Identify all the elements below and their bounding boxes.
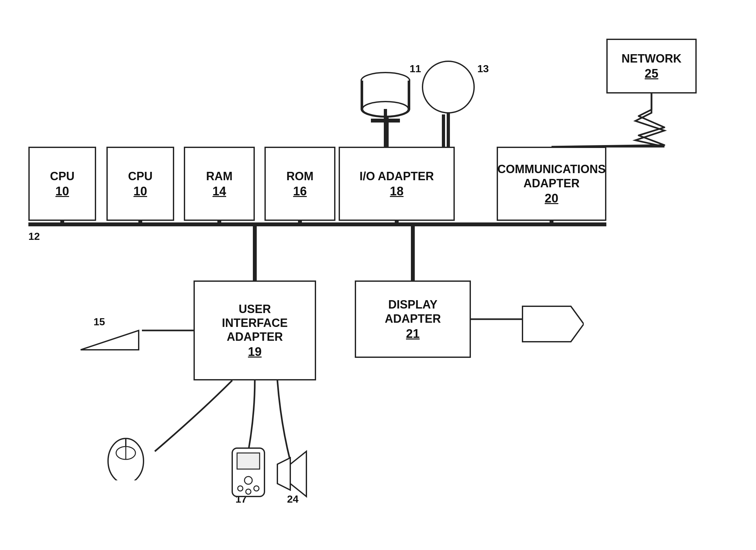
cpu2-label: CPU bbox=[128, 169, 153, 183]
keyboard-icon bbox=[77, 308, 142, 353]
svg-rect-9 bbox=[411, 226, 415, 281]
svg-marker-39 bbox=[290, 451, 306, 496]
comm-adapter-box: COMMUNICATIONS ADAPTER 20 bbox=[497, 147, 606, 221]
rom-label: ROM bbox=[286, 169, 313, 183]
cpu2-box: CPU 10 bbox=[106, 147, 174, 221]
svg-point-24 bbox=[423, 61, 474, 113]
display-adapter-box: DISPLAY ADAPTER 21 bbox=[355, 280, 471, 358]
svg-rect-10 bbox=[385, 110, 389, 147]
comm-label2: ADAPTER bbox=[523, 176, 580, 190]
display-label2: ADAPTER bbox=[385, 312, 441, 325]
display-num: 21 bbox=[406, 327, 420, 341]
svg-marker-26 bbox=[81, 330, 139, 350]
svg-rect-0 bbox=[28, 223, 606, 226]
rom-box: ROM 16 bbox=[264, 147, 335, 221]
comm-label1: COMMUNICATIONS bbox=[497, 162, 605, 176]
network-label: NETWORK bbox=[622, 52, 681, 65]
svg-rect-14 bbox=[361, 80, 410, 109]
ram-label: RAM bbox=[206, 169, 233, 183]
svg-rect-6 bbox=[395, 221, 399, 226]
svg-rect-33 bbox=[237, 453, 260, 469]
device17-icon bbox=[219, 445, 277, 509]
cpu1-num: 10 bbox=[55, 185, 69, 198]
svg-rect-23 bbox=[384, 123, 387, 147]
display-label1: DISPLAY bbox=[388, 297, 438, 311]
diagram-container: CPU 10 CPU 10 RAM 14 ROM 16 I/O ADAPTER … bbox=[0, 0, 756, 550]
network-box: NETWORK 25 bbox=[606, 39, 697, 94]
svg-rect-21 bbox=[384, 109, 387, 119]
svg-rect-17 bbox=[363, 81, 408, 109]
io-adapter-box: I/O ADAPTER 18 bbox=[339, 147, 455, 221]
uia-label1: USER bbox=[239, 302, 271, 316]
ram-box: RAM 14 bbox=[184, 147, 255, 221]
speaker-io-ref-label: 13 bbox=[477, 63, 489, 75]
svg-point-34 bbox=[244, 476, 252, 484]
comm-num: 20 bbox=[545, 192, 558, 205]
uia-num: 19 bbox=[248, 345, 262, 359]
uia-label2: INTERFACE bbox=[222, 316, 288, 330]
svg-rect-7 bbox=[550, 221, 553, 226]
svg-point-16 bbox=[361, 101, 410, 117]
network-num: 25 bbox=[645, 67, 658, 81]
svg-point-35 bbox=[238, 486, 243, 491]
mouse-icon bbox=[100, 429, 152, 480]
svg-rect-4 bbox=[217, 221, 221, 226]
uia-label3: ADAPTER bbox=[227, 330, 283, 344]
svg-rect-11 bbox=[442, 115, 445, 147]
svg-point-36 bbox=[254, 486, 259, 491]
svg-point-20 bbox=[363, 102, 408, 116]
svg-rect-5 bbox=[298, 221, 302, 226]
io-num: 18 bbox=[390, 185, 403, 198]
ram-num: 14 bbox=[213, 185, 226, 198]
svg-rect-8 bbox=[253, 226, 257, 281]
device24-icon bbox=[271, 445, 313, 509]
svg-rect-22 bbox=[371, 119, 400, 123]
cpu2-num: 10 bbox=[134, 185, 147, 198]
svg-rect-2 bbox=[60, 221, 64, 226]
svg-rect-3 bbox=[138, 221, 142, 226]
disk-ref-label: 11 bbox=[410, 63, 421, 75]
uia-box: USER INTERFACE ADAPTER 19 bbox=[194, 280, 316, 380]
cpu1-label: CPU bbox=[50, 169, 75, 183]
io-label: I/O ADAPTER bbox=[360, 169, 434, 183]
svg-marker-27 bbox=[522, 306, 584, 342]
monitor-icon bbox=[519, 303, 584, 345]
svg-point-15 bbox=[361, 73, 410, 89]
cpu1-box: CPU 10 bbox=[28, 147, 96, 221]
svg-marker-38 bbox=[277, 458, 290, 490]
svg-point-37 bbox=[246, 489, 251, 494]
bus-ref-label: 12 bbox=[28, 231, 40, 243]
rom-num: 16 bbox=[293, 185, 307, 198]
svg-rect-25 bbox=[447, 113, 450, 147]
